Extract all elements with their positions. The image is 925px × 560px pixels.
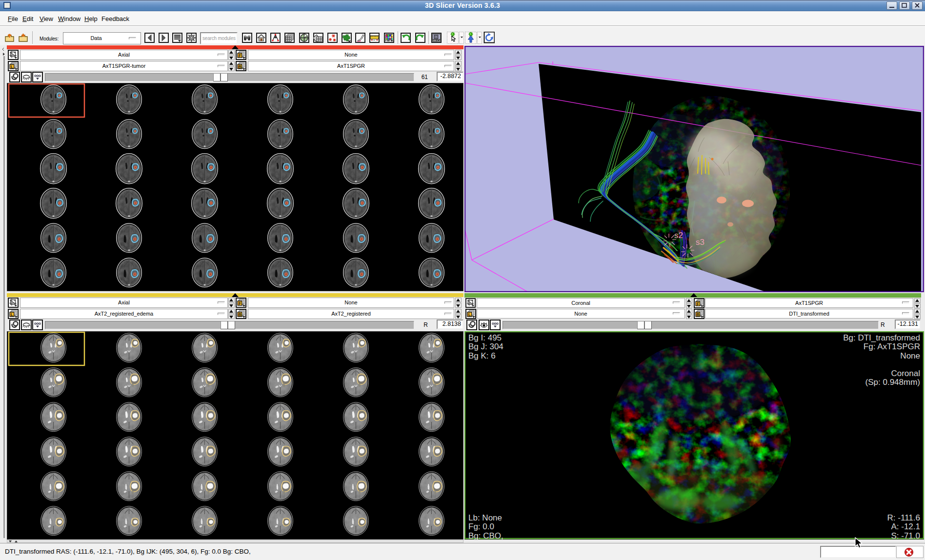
svg-text:L: L [11,312,14,317]
svg-text:B: B [238,64,241,69]
svg-text:L: L [11,64,14,69]
svg-text:B: B [696,312,700,317]
svg-text:F: F [239,53,241,58]
svg-text:s3: s3 [696,238,704,247]
svg-text:F: F [697,301,700,306]
svg-text:B: B [238,312,241,317]
svg-text:F: F [239,301,241,306]
svg-text:s2: s2 [674,231,683,240]
svg-text:L: L [468,312,471,317]
